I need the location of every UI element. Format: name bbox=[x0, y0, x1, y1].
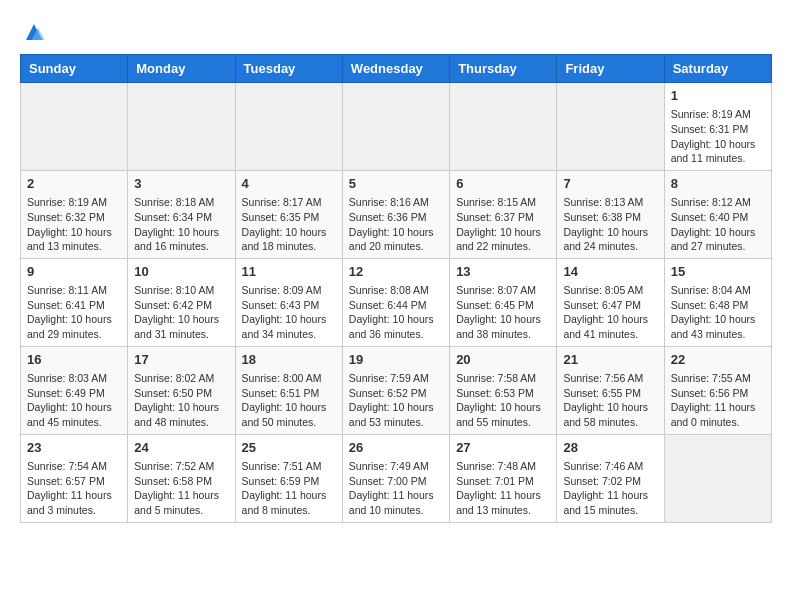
calendar-cell: 13Sunrise: 8:07 AMSunset: 6:45 PMDayligh… bbox=[450, 258, 557, 346]
day-info: Sunrise: 8:19 AM bbox=[671, 107, 765, 122]
calendar-header-row: SundayMondayTuesdayWednesdayThursdayFrid… bbox=[21, 55, 772, 83]
day-info: Sunrise: 8:17 AM bbox=[242, 195, 336, 210]
day-info: Sunrise: 8:03 AM bbox=[27, 371, 121, 386]
day-info: Sunset: 6:51 PM bbox=[242, 386, 336, 401]
day-info: Daylight: 11 hours and 8 minutes. bbox=[242, 488, 336, 517]
day-info: Daylight: 10 hours and 36 minutes. bbox=[349, 312, 443, 341]
calendar-cell: 12Sunrise: 8:08 AMSunset: 6:44 PMDayligh… bbox=[342, 258, 449, 346]
calendar-cell: 26Sunrise: 7:49 AMSunset: 7:00 PMDayligh… bbox=[342, 434, 449, 522]
day-info: Sunset: 6:34 PM bbox=[134, 210, 228, 225]
calendar-cell: 3Sunrise: 8:18 AMSunset: 6:34 PMDaylight… bbox=[128, 170, 235, 258]
day-info: Sunset: 6:37 PM bbox=[456, 210, 550, 225]
day-number: 14 bbox=[563, 263, 657, 281]
calendar-cell: 1Sunrise: 8:19 AMSunset: 6:31 PMDaylight… bbox=[664, 83, 771, 171]
day-info: Sunrise: 7:59 AM bbox=[349, 371, 443, 386]
day-number: 9 bbox=[27, 263, 121, 281]
day-info: Sunset: 6:48 PM bbox=[671, 298, 765, 313]
calendar-cell bbox=[342, 83, 449, 171]
day-info: Daylight: 10 hours and 34 minutes. bbox=[242, 312, 336, 341]
day-info: Sunset: 6:56 PM bbox=[671, 386, 765, 401]
day-info: Sunrise: 7:54 AM bbox=[27, 459, 121, 474]
calendar-table: SundayMondayTuesdayWednesdayThursdayFrid… bbox=[20, 54, 772, 523]
day-info: Sunset: 6:41 PM bbox=[27, 298, 121, 313]
day-info: Daylight: 11 hours and 5 minutes. bbox=[134, 488, 228, 517]
day-number: 23 bbox=[27, 439, 121, 457]
day-info: Daylight: 10 hours and 58 minutes. bbox=[563, 400, 657, 429]
day-info: Sunset: 6:42 PM bbox=[134, 298, 228, 313]
day-info: Daylight: 10 hours and 38 minutes. bbox=[456, 312, 550, 341]
day-info: Sunset: 6:53 PM bbox=[456, 386, 550, 401]
day-number: 19 bbox=[349, 351, 443, 369]
calendar-week-4: 23Sunrise: 7:54 AMSunset: 6:57 PMDayligh… bbox=[21, 434, 772, 522]
calendar-cell bbox=[557, 83, 664, 171]
day-number: 24 bbox=[134, 439, 228, 457]
calendar-cell: 4Sunrise: 8:17 AMSunset: 6:35 PMDaylight… bbox=[235, 170, 342, 258]
day-info: Daylight: 11 hours and 0 minutes. bbox=[671, 400, 765, 429]
calendar-cell bbox=[21, 83, 128, 171]
day-info: Sunset: 6:58 PM bbox=[134, 474, 228, 489]
day-info: Sunset: 6:38 PM bbox=[563, 210, 657, 225]
day-number: 13 bbox=[456, 263, 550, 281]
day-info: Sunset: 6:44 PM bbox=[349, 298, 443, 313]
day-header-saturday: Saturday bbox=[664, 55, 771, 83]
day-number: 5 bbox=[349, 175, 443, 193]
day-info: Daylight: 11 hours and 3 minutes. bbox=[27, 488, 121, 517]
day-number: 10 bbox=[134, 263, 228, 281]
day-number: 28 bbox=[563, 439, 657, 457]
day-info: Daylight: 10 hours and 22 minutes. bbox=[456, 225, 550, 254]
day-info: Sunrise: 8:10 AM bbox=[134, 283, 228, 298]
day-header-sunday: Sunday bbox=[21, 55, 128, 83]
day-info: Sunrise: 8:19 AM bbox=[27, 195, 121, 210]
day-number: 2 bbox=[27, 175, 121, 193]
day-info: Sunset: 6:31 PM bbox=[671, 122, 765, 137]
page-header bbox=[20, 20, 772, 44]
calendar-cell bbox=[128, 83, 235, 171]
day-number: 8 bbox=[671, 175, 765, 193]
calendar-cell: 11Sunrise: 8:09 AMSunset: 6:43 PMDayligh… bbox=[235, 258, 342, 346]
day-number: 12 bbox=[349, 263, 443, 281]
calendar-cell: 7Sunrise: 8:13 AMSunset: 6:38 PMDaylight… bbox=[557, 170, 664, 258]
calendar-cell: 17Sunrise: 8:02 AMSunset: 6:50 PMDayligh… bbox=[128, 346, 235, 434]
day-info: Sunrise: 8:04 AM bbox=[671, 283, 765, 298]
day-info: Daylight: 11 hours and 10 minutes. bbox=[349, 488, 443, 517]
day-info: Sunset: 6:55 PM bbox=[563, 386, 657, 401]
day-number: 17 bbox=[134, 351, 228, 369]
calendar-cell: 23Sunrise: 7:54 AMSunset: 6:57 PMDayligh… bbox=[21, 434, 128, 522]
day-number: 11 bbox=[242, 263, 336, 281]
day-info: Sunset: 6:49 PM bbox=[27, 386, 121, 401]
calendar-cell: 16Sunrise: 8:03 AMSunset: 6:49 PMDayligh… bbox=[21, 346, 128, 434]
day-info: Daylight: 10 hours and 53 minutes. bbox=[349, 400, 443, 429]
day-info: Sunset: 7:00 PM bbox=[349, 474, 443, 489]
day-info: Sunrise: 8:09 AM bbox=[242, 283, 336, 298]
day-info: Daylight: 10 hours and 29 minutes. bbox=[27, 312, 121, 341]
day-info: Sunrise: 7:49 AM bbox=[349, 459, 443, 474]
calendar-week-2: 9Sunrise: 8:11 AMSunset: 6:41 PMDaylight… bbox=[21, 258, 772, 346]
day-info: Sunrise: 8:00 AM bbox=[242, 371, 336, 386]
calendar-cell: 25Sunrise: 7:51 AMSunset: 6:59 PMDayligh… bbox=[235, 434, 342, 522]
day-info: Daylight: 10 hours and 48 minutes. bbox=[134, 400, 228, 429]
day-number: 4 bbox=[242, 175, 336, 193]
day-info: Sunrise: 7:58 AM bbox=[456, 371, 550, 386]
day-info: Daylight: 10 hours and 50 minutes. bbox=[242, 400, 336, 429]
day-number: 1 bbox=[671, 87, 765, 105]
calendar-cell: 27Sunrise: 7:48 AMSunset: 7:01 PMDayligh… bbox=[450, 434, 557, 522]
day-info: Daylight: 10 hours and 45 minutes. bbox=[27, 400, 121, 429]
day-number: 25 bbox=[242, 439, 336, 457]
day-info: Sunset: 6:32 PM bbox=[27, 210, 121, 225]
calendar-cell: 15Sunrise: 8:04 AMSunset: 6:48 PMDayligh… bbox=[664, 258, 771, 346]
calendar-cell: 6Sunrise: 8:15 AMSunset: 6:37 PMDaylight… bbox=[450, 170, 557, 258]
day-info: Sunrise: 8:02 AM bbox=[134, 371, 228, 386]
day-info: Sunrise: 7:51 AM bbox=[242, 459, 336, 474]
day-info: Daylight: 10 hours and 16 minutes. bbox=[134, 225, 228, 254]
day-info: Sunrise: 7:52 AM bbox=[134, 459, 228, 474]
logo bbox=[20, 20, 46, 44]
calendar-body: 1Sunrise: 8:19 AMSunset: 6:31 PMDaylight… bbox=[21, 83, 772, 523]
calendar-cell: 5Sunrise: 8:16 AMSunset: 6:36 PMDaylight… bbox=[342, 170, 449, 258]
day-info: Daylight: 10 hours and 43 minutes. bbox=[671, 312, 765, 341]
day-info: Sunrise: 8:08 AM bbox=[349, 283, 443, 298]
calendar-week-3: 16Sunrise: 8:03 AMSunset: 6:49 PMDayligh… bbox=[21, 346, 772, 434]
day-number: 3 bbox=[134, 175, 228, 193]
day-number: 22 bbox=[671, 351, 765, 369]
day-info: Sunset: 6:45 PM bbox=[456, 298, 550, 313]
day-header-friday: Friday bbox=[557, 55, 664, 83]
